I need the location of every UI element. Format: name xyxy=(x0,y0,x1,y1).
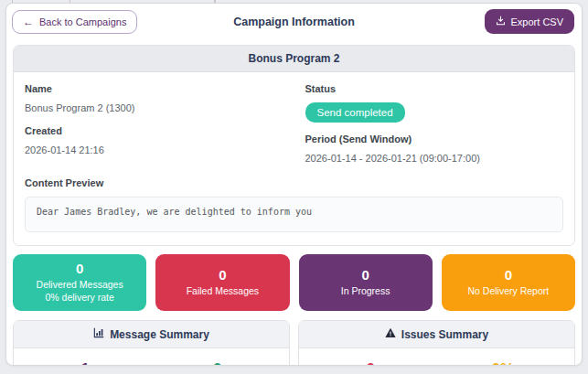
total-issues-value: 0 xyxy=(305,360,437,366)
issues-summary-body: 0 Total Issues 0% Success Rate xyxy=(299,348,574,366)
stat-card-row: 0 Delivered Messages 0% delivery rate 0 … xyxy=(13,254,575,311)
no-delivery-report-count: 0 xyxy=(445,267,572,284)
total-issues-stat: 0 Total Issues xyxy=(305,360,437,366)
campaign-info-right-column: Status Send completed Period (Send Windo… xyxy=(305,83,564,176)
created-label: Created xyxy=(25,125,283,136)
period-label: Period (Send Window) xyxy=(305,134,564,144)
failed-count: 0 xyxy=(159,267,285,284)
successfully-delivered-value: 0 xyxy=(152,360,284,366)
campaign-name-header: Bonus Program 2 xyxy=(14,46,574,72)
issues-summary-header: Issues Summary xyxy=(299,321,574,348)
download-icon xyxy=(496,16,506,27)
stat-card-delivered: 0 Delivered Messages 0% delivery rate xyxy=(13,254,146,311)
bar-chart-icon xyxy=(93,327,104,341)
in-progress-count: 0 xyxy=(303,267,429,284)
delivered-count: 0 xyxy=(16,261,143,278)
success-rate-value: 0% xyxy=(437,360,570,366)
content-preview-box: Dear James Bradley, we are delighted to … xyxy=(25,197,563,232)
total-messages-stat: 1 Total Messages View All Messages xyxy=(19,360,152,366)
back-button-label: Back to Campaigns xyxy=(39,16,126,27)
back-arrow-icon: ← xyxy=(23,16,34,27)
content-preview-label: Content Preview xyxy=(25,177,563,188)
failed-label: Failed Messages xyxy=(159,284,285,297)
message-summary-body: 1 Total Messages View All Messages 0 Suc… xyxy=(14,348,289,366)
summary-row: Message Summary 1 Total Messages View Al… xyxy=(13,320,575,366)
delivery-rate-label: 0% delivery rate xyxy=(16,291,143,304)
delivered-label: Delivered Messages xyxy=(16,278,143,291)
successfully-delivered-stat: 0 Successfully Delivered xyxy=(152,360,284,366)
main-panel: ← Back to Campaigns Campaign Information… xyxy=(5,3,583,366)
message-summary-card: Message Summary 1 Total Messages View Al… xyxy=(13,320,290,366)
success-rate-stat: 0% Success Rate xyxy=(437,360,570,366)
back-to-campaigns-button[interactable]: ← Back to Campaigns xyxy=(12,10,137,34)
topbar: ← Back to Campaigns Campaign Information… xyxy=(6,4,582,39)
in-progress-label: In Progress xyxy=(303,284,429,297)
name-value: Bonus Program 2 (1300) xyxy=(25,102,283,113)
period-value: 2026-01-14 - 2026-01-21 (09:00-17:00) xyxy=(305,153,564,164)
total-messages-value: 1 xyxy=(19,360,152,366)
status-label: Status xyxy=(305,83,564,94)
no-delivery-report-label: No Delivery Report xyxy=(445,284,572,297)
stat-card-in-progress: 0 In Progress xyxy=(299,254,433,311)
export-csv-button[interactable]: Export CSV xyxy=(485,9,574,34)
campaign-info-body: Name Bonus Program 2 (1300) Created 2026… xyxy=(14,72,574,245)
status-badge: Send completed xyxy=(305,102,405,123)
campaign-info-card: Bonus Program 2 Name Bonus Program 2 (13… xyxy=(13,45,575,246)
issues-summary-title: Issues Summary xyxy=(401,328,488,341)
message-summary-header: Message Summary xyxy=(14,321,289,348)
created-value: 2026-01-14 21:16 xyxy=(25,144,283,155)
stat-card-failed: 0 Failed Messages xyxy=(155,254,289,311)
warning-icon xyxy=(385,327,396,341)
campaign-info-left-column: Name Bonus Program 2 (1300) Created 2026… xyxy=(25,83,283,176)
export-button-label: Export CSV xyxy=(511,16,563,27)
issues-summary-card: Issues Summary 0 Total Issues 0% Success… xyxy=(298,320,575,366)
stat-card-no-delivery-report: 0 No Delivery Report xyxy=(442,254,575,311)
name-label: Name xyxy=(25,83,283,94)
message-summary-title: Message Summary xyxy=(110,328,209,341)
